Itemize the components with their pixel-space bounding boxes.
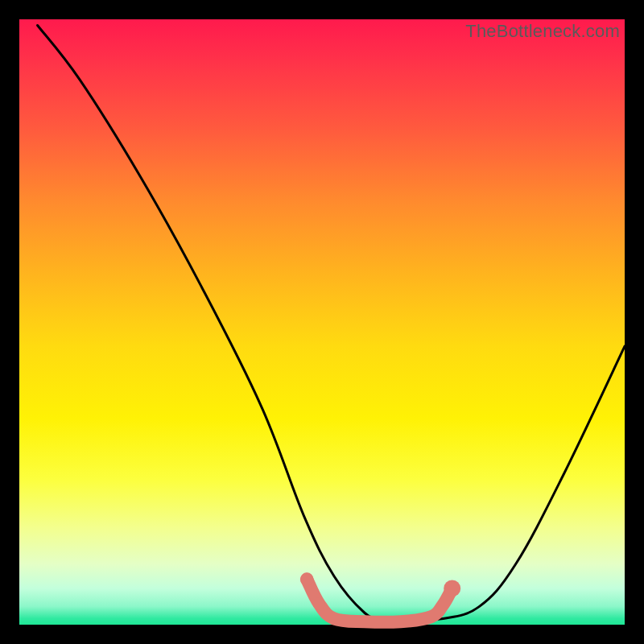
highlight-marker xyxy=(300,572,314,586)
chart-svg xyxy=(19,19,625,625)
highlight-marker xyxy=(444,580,460,597)
highlight-band xyxy=(307,580,452,622)
chart-frame: TheBottleneck.com xyxy=(19,19,625,625)
watermark-text: TheBottleneck.com xyxy=(465,21,620,42)
bottleneck-curve xyxy=(38,26,625,620)
highlight-marker xyxy=(313,597,325,609)
